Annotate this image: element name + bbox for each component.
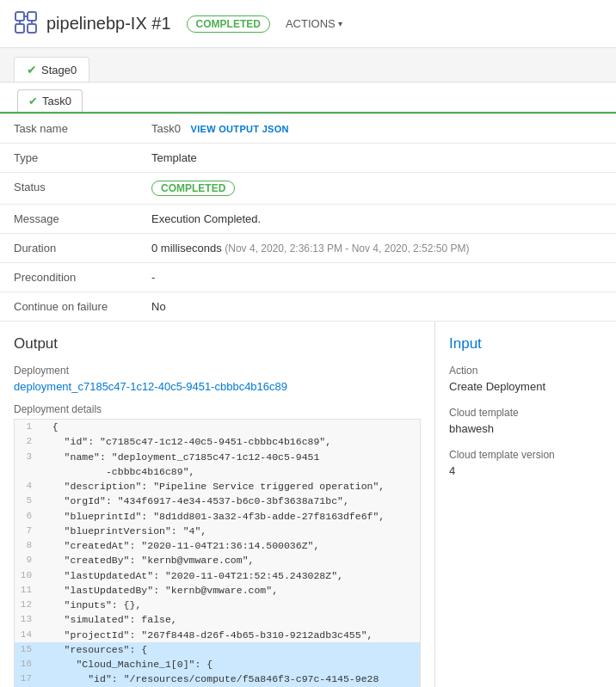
stage-tabs-bar: ✔ Stage0 xyxy=(0,48,616,83)
line-number: 7 xyxy=(15,524,39,538)
message-label: Message xyxy=(0,205,138,234)
details-table: Task name Task0 VIEW OUTPUT JSON Type Te… xyxy=(0,113,616,322)
json-line: 3 "name": "deployment_c7185c47-1c12-40c5… xyxy=(15,450,420,480)
line-content: "projectId": "267f8448-d26f-4b65-b310-92… xyxy=(39,628,420,642)
cloud-template-value: bhawesh xyxy=(449,422,602,435)
line-number: 5 xyxy=(15,494,39,508)
json-block: 1 {2 "id": "c7185c47-1c12-40c5-9451-cbbb… xyxy=(14,419,421,687)
status-cell: COMPLETED xyxy=(138,173,616,205)
precondition-label: Precondition xyxy=(0,263,138,292)
json-line: 6 "blueprintId": "8d1dd801-3a32-4f3b-add… xyxy=(15,509,420,524)
task-name-row: Task name Task0 VIEW OUTPUT JSON xyxy=(0,114,616,144)
line-content: "lastUpdatedAt": "2020-11-04T21:52:45.24… xyxy=(39,568,420,583)
continue-on-failure-value: No xyxy=(138,292,616,322)
type-label: Type xyxy=(0,144,138,173)
json-line: 10 "lastUpdatedAt": "2020-11-04T21:52:45… xyxy=(15,568,420,583)
duration-row: Duration 0 milliseconds (Nov 4, 2020, 2:… xyxy=(0,234,616,263)
duration-note: (Nov 4, 2020, 2:36:13 PM - Nov 4, 2020, … xyxy=(225,242,469,255)
task0-tab[interactable]: ✔ Task0 xyxy=(17,89,83,112)
stage0-label: Stage0 xyxy=(41,64,77,77)
task-name-value: Task0 xyxy=(151,122,181,135)
line-content: "id": "c7185c47-1c12-40c5-9451-cbbbc4b16… xyxy=(39,434,420,449)
json-line: 2 "id": "c7185c47-1c12-40c5-9451-cbbbc4b… xyxy=(15,434,420,449)
line-number: 10 xyxy=(15,568,39,583)
line-content: "createdAt": "2020-11-04T21:36:14.500036… xyxy=(39,538,420,553)
line-content: "lastUpdatedBy": "kernb@vmware.com", xyxy=(39,583,420,598)
line-content: "orgId": "434f6917-4e34-4537-b6c0-3bf363… xyxy=(39,494,420,508)
line-number: 9 xyxy=(15,553,39,567)
line-number: 8 xyxy=(15,538,39,553)
svg-rect-2 xyxy=(15,24,24,33)
line-number: 6 xyxy=(15,509,39,524)
status-row: Status COMPLETED xyxy=(0,173,616,205)
json-line: 5 "orgId": "434f6917-4e34-4537-b6c0-3bf3… xyxy=(15,494,420,508)
page-header: pipelinebp-IX #1 COMPLETED ACTIONS ▾ xyxy=(0,0,616,48)
line-content: "description": "Pipeline Service trigger… xyxy=(39,479,420,494)
line-content: "blueprintId": "8d1dd801-3a32-4f3b-adde-… xyxy=(39,509,420,524)
output-input-container: Output Deployment deployment_c7185c47-1c… xyxy=(0,322,616,687)
status-label: Status xyxy=(0,173,138,205)
continue-on-failure-row: Continue on failure No xyxy=(0,292,616,322)
json-line: 14 "projectId": "267f8448-d26f-4b65-b310… xyxy=(15,628,420,642)
output-title: Output xyxy=(14,335,421,353)
line-number: 15 xyxy=(15,642,39,657)
page-title: pipelinebp-IX #1 xyxy=(46,14,171,34)
cloud-template-version-value: 4 xyxy=(449,464,602,477)
svg-rect-3 xyxy=(28,24,36,33)
chevron-down-icon: ▾ xyxy=(338,19,342,28)
json-line: 15 "resources": { xyxy=(15,642,420,657)
line-number: 11 xyxy=(15,583,39,598)
line-content: { xyxy=(39,420,420,434)
line-content: "name": "deployment_c7185c47-1c12-40c5-9… xyxy=(39,450,420,480)
cloud-template-version-group: Cloud template version 4 xyxy=(449,449,602,477)
json-line: 1 { xyxy=(15,420,420,434)
duration-value: 0 milliseconds xyxy=(151,242,222,255)
json-line: 16 "Cloud_Machine_1[0]": { xyxy=(15,657,420,672)
cloud-template-label: Cloud template xyxy=(449,407,602,419)
task0-check-icon: ✔ xyxy=(28,95,38,107)
action-label: Action xyxy=(449,365,602,377)
deployment-label: Deployment xyxy=(14,365,421,377)
line-number: 13 xyxy=(15,612,39,627)
json-line: 9 "createdBy": "kernb@vmware.com", xyxy=(15,553,420,567)
line-number: 1 xyxy=(15,420,39,434)
line-content: "createdBy": "kernb@vmware.com", xyxy=(39,553,420,567)
precondition-value: - xyxy=(138,263,616,292)
svg-rect-1 xyxy=(28,12,36,21)
task-name-label: Task name xyxy=(0,114,138,144)
deployment-details-label: Deployment details xyxy=(14,403,421,415)
type-row: Type Template xyxy=(0,144,616,173)
line-number: 14 xyxy=(15,628,39,642)
view-output-json-link[interactable]: VIEW OUTPUT JSON xyxy=(191,124,289,134)
output-section: Output Deployment deployment_c7185c47-1c… xyxy=(0,322,435,687)
line-content: "id": "/resources/compute/f5a846f3-c97c-… xyxy=(39,672,420,687)
line-number: 12 xyxy=(15,598,39,612)
action-value: Create Deployment xyxy=(449,380,602,393)
line-content: "simulated": false, xyxy=(39,612,420,627)
status-badge: COMPLETED xyxy=(187,15,270,33)
continue-on-failure-label: Continue on failure xyxy=(0,292,138,322)
pipeline-icon xyxy=(14,10,38,37)
task0-label: Task0 xyxy=(42,95,71,107)
line-content: "blueprintVersion": "4", xyxy=(39,524,420,538)
line-number: 16 xyxy=(15,657,39,672)
stage0-tab[interactable]: ✔ Stage0 xyxy=(14,57,89,82)
task-name-cell: Task0 VIEW OUTPUT JSON xyxy=(138,114,616,144)
json-line: 4 "description": "Pipeline Service trigg… xyxy=(15,479,420,494)
line-number: 4 xyxy=(15,479,39,494)
line-number: 17 xyxy=(15,672,39,686)
input-section: Input Action Create Deployment Cloud tem… xyxy=(435,322,616,687)
deployment-link[interactable]: deployment_c7185c47-1c12-40c5-9451-cbbbc… xyxy=(14,380,421,393)
line-content: "Cloud_Machine_1[0]": { xyxy=(39,657,420,672)
json-line: 17 "id": "/resources/compute/f5a846f3-c9… xyxy=(15,672,420,687)
duration-label: Duration xyxy=(0,234,138,263)
message-row: Message Execution Completed. xyxy=(0,205,616,234)
line-number: 3 xyxy=(15,450,39,464)
json-line: 7 "blueprintVersion": "4", xyxy=(15,524,420,538)
input-title: Input xyxy=(449,335,602,353)
line-content: "inputs": {}, xyxy=(39,598,420,612)
type-value: Template xyxy=(138,144,616,173)
task-tabs-bar: ✔ Task0 xyxy=(0,83,616,113)
json-line: 13 "simulated": false, xyxy=(15,612,420,627)
actions-button[interactable]: ACTIONS ▾ xyxy=(286,17,342,30)
